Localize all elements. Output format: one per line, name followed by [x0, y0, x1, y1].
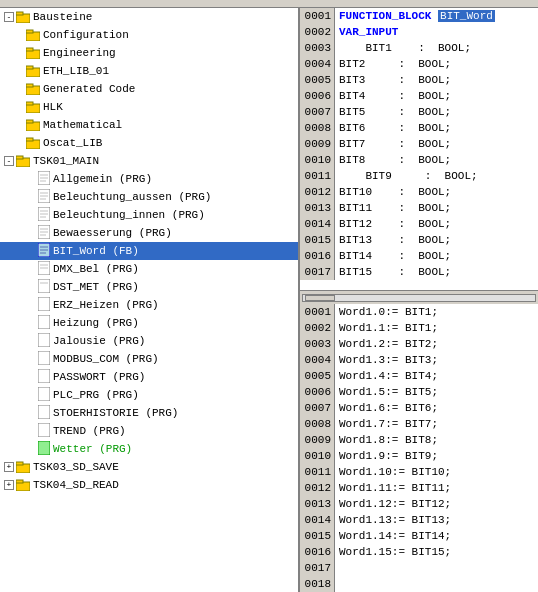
page-icon-passwort — [38, 369, 50, 386]
ln-b-0004: 0004 — [300, 352, 335, 368]
ln-0016: 0016 — [300, 248, 335, 264]
page-icon-dmx-bel — [38, 261, 50, 278]
tree-item-configuration[interactable]: Configuration — [0, 26, 298, 44]
ln-0006: 0006 — [300, 88, 335, 104]
tree-item-tsk03[interactable]: + TSK03_SD_SAVE — [0, 458, 298, 476]
page-icon-jalousie — [38, 333, 50, 350]
tree-item-passwort[interactable]: PASSWORT (PRG) — [0, 368, 298, 386]
tree-item-tsk04[interactable]: + TSK04_SD_READ — [0, 476, 298, 494]
svg-rect-9 — [26, 84, 33, 87]
svg-rect-45 — [38, 333, 50, 347]
code-line-b-0018: 0018 — [300, 576, 538, 592]
lc-0017: BIT15 : BOOL; — [335, 266, 451, 278]
ln-0015: 0015 — [300, 232, 335, 248]
bewaesserung-label: Bewaesserung (PRG) — [53, 227, 172, 239]
expand-tsk01[interactable]: - — [4, 156, 14, 166]
tree-item-bausteine[interactable]: - Bausteine — [0, 8, 298, 26]
top-code-section: 0001 FUNCTION_BLOCK BIT_Word 0002 VAR_IN… — [300, 8, 538, 290]
tree-item-oscat[interactable]: Oscat_LIB — [0, 134, 298, 152]
tree-item-tsk01[interactable]: - TSK01_MAIN — [0, 152, 298, 170]
lc-0013: BIT11 : BOOL; — [335, 202, 451, 214]
ln-b-0001: 0001 — [300, 304, 335, 320]
code-line-0004: 0004BIT2 : BOOL; — [300, 56, 538, 72]
page-icon-bewaesserung — [38, 225, 50, 242]
ln-b-0018: 0018 — [300, 576, 335, 592]
folder-icon-hlk — [26, 101, 40, 113]
tree-item-modbus[interactable]: MODBUS_COM (PRG) — [0, 350, 298, 368]
tree-item-hlk[interactable]: HLK — [0, 98, 298, 116]
lc-b-0008: Word1.7:= BIT7; — [335, 418, 438, 430]
ln-b-0008: 0008 — [300, 416, 335, 432]
tree-item-heizung[interactable]: Heizung (PRG) — [0, 314, 298, 332]
ln-0007: 0007 — [300, 104, 335, 120]
ln-0009: 0009 — [300, 136, 335, 152]
expand-bausteine[interactable]: - — [4, 12, 14, 22]
code-line-b-0002: 0002Word1.1:= BIT1; — [300, 320, 538, 336]
scrollbar-top[interactable] — [300, 290, 538, 304]
tree-item-jalousie[interactable]: Jalousie (PRG) — [0, 332, 298, 350]
eth-lib-label: ETH_LIB_01 — [43, 65, 109, 77]
lc-b-0002: Word1.1:= BIT1; — [335, 322, 438, 334]
code-line-0016: 0016BIT14 : BOOL; — [300, 248, 538, 264]
code-line-0009: 0009BIT7 : BOOL; — [300, 136, 538, 152]
lc-0014: BIT12 : BOOL; — [335, 218, 451, 230]
tree-item-allgemein[interactable]: Allgemein (PRG) — [0, 170, 298, 188]
code-line-0015: 0015BIT13 : BOOL; — [300, 232, 538, 248]
tree-item-mathematical[interactable]: Mathematical — [0, 116, 298, 134]
lc-0005: BIT3 : BOOL; — [335, 74, 451, 86]
tree-item-bit-word[interactable]: BIT_Word (FB) — [0, 242, 298, 260]
lc-b-0010: Word1.9:= BIT9; — [335, 450, 438, 462]
tree-item-stoerhistorie[interactable]: STOERHISTORIE (PRG) — [0, 404, 298, 422]
code-line-b-0012: 0012Word1.11:= BIT11; — [300, 480, 538, 496]
tree-item-plc-prg[interactable]: PLC_PRG (PRG) — [0, 386, 298, 404]
ln-0004: 0004 — [300, 56, 335, 72]
tree-item-trend[interactable]: TREND (PRG) — [0, 422, 298, 440]
line-num-0001-top: 0001 — [300, 8, 335, 24]
tree-item-beleuchtung-aussen[interactable]: Beleuchtung_aussen (PRG) — [0, 188, 298, 206]
tree-item-wetter[interactable]: Wetter (PRG) — [0, 440, 298, 458]
folder-icon-tsk01 — [16, 155, 30, 167]
tree-item-engineering[interactable]: Engineering — [0, 44, 298, 62]
bottom-code-section: 0001Word1.0:= BIT1; 0002Word1.1:= BIT1; … — [300, 304, 538, 592]
lc-b-0016: Word1.15:= BIT15; — [335, 546, 451, 558]
tree-item-bewaesserung[interactable]: Bewaesserung (PRG) — [0, 224, 298, 242]
keyword-bit-word: BIT_Word — [438, 10, 495, 22]
page-icon-modbus — [38, 351, 50, 368]
svg-rect-5 — [26, 48, 33, 51]
modbus-label: MODBUS_COM (PRG) — [53, 353, 159, 365]
lc-0012: BIT10 : BOOL; — [335, 186, 451, 198]
tree-item-eth-lib[interactable]: ETH_LIB_01 — [0, 62, 298, 80]
stoerhistorie-label: STOERHISTORIE (PRG) — [53, 407, 178, 419]
page-icon-heizung — [38, 315, 50, 332]
expand-tsk04[interactable]: + — [4, 480, 14, 490]
jalousie-label: Jalousie (PRG) — [53, 335, 145, 347]
ln-b-0013: 0013 — [300, 496, 335, 512]
svg-rect-48 — [38, 387, 50, 401]
configuration-label: Configuration — [43, 29, 129, 41]
code-line-0010: 0010BIT8 : BOOL; — [300, 152, 538, 168]
svg-rect-53 — [16, 462, 23, 465]
ln-b-0017: 0017 — [300, 560, 335, 576]
line-num-0002-top: 0002 — [300, 24, 335, 40]
lc-b-0003: Word1.2:= BIT2; — [335, 338, 438, 350]
tree-panel[interactable]: - Bausteine Configuration Engineering — [0, 8, 300, 592]
expand-tsk03[interactable]: + — [4, 462, 14, 472]
tree-item-beleuchtung-innen[interactable]: Beleuchtung_innen (PRG) — [0, 206, 298, 224]
scroll-thumb-top[interactable] — [305, 295, 335, 301]
heizung-label: Heizung (PRG) — [53, 317, 139, 329]
code-line-b-0007: 0007Word1.6:= BIT6; — [300, 400, 538, 416]
scroll-track-top[interactable] — [302, 294, 536, 302]
tree-item-erz-heizen[interactable]: ERZ_Heizen (PRG) — [0, 296, 298, 314]
svg-rect-11 — [26, 102, 33, 105]
ln-b-0007: 0007 — [300, 400, 335, 416]
tree-item-dst-met[interactable]: DST_MET (PRG) — [0, 278, 298, 296]
code-line-0001-top: 0001 FUNCTION_BLOCK BIT_Word — [300, 8, 538, 24]
tree-item-dmx-bel[interactable]: DMX_Bel (PRG) — [0, 260, 298, 278]
tree-item-generated-code[interactable]: Generated Code — [0, 80, 298, 98]
top-bar — [0, 0, 538, 8]
lc-b-0009: Word1.8:= BIT8; — [335, 434, 438, 446]
lc-0010: BIT8 : BOOL; — [335, 154, 451, 166]
lc-0003: BIT1 : BOOL; — [335, 42, 471, 54]
ln-0003: 0003 — [300, 40, 335, 56]
trend-label: TREND (PRG) — [53, 425, 126, 437]
